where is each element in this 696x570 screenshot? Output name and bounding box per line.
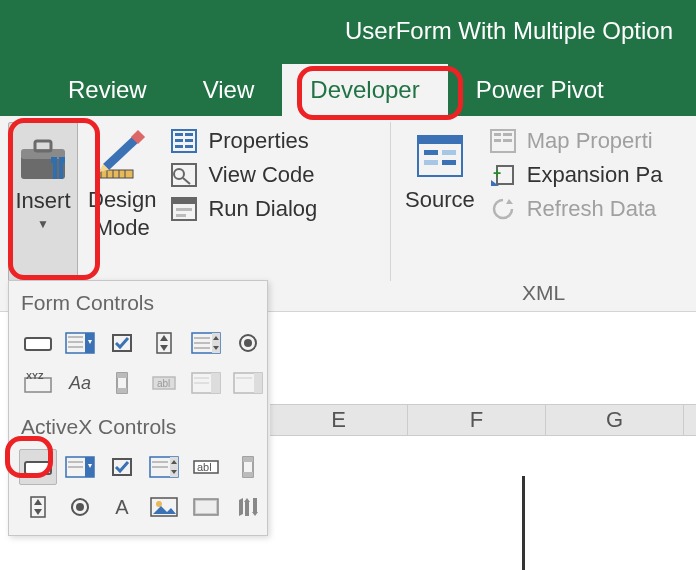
design-mode-label1: Design: [88, 188, 156, 212]
title-bar: UserForm With Multiple Option: [0, 0, 696, 62]
ribbon-tab-bar: Review View Developer Power Pivot: [0, 62, 696, 116]
svg-rect-42: [25, 338, 51, 350]
activex-image-icon[interactable]: [145, 489, 183, 525]
column-headers: E F G: [270, 404, 696, 436]
design-mode-label2: Mode: [95, 216, 150, 240]
svg-rect-26: [172, 198, 196, 204]
worksheet-area[interactable]: E F G: [270, 404, 696, 570]
form-combo-disabled-icon: [187, 365, 225, 401]
svg-point-88: [76, 503, 84, 511]
form-optionbutton-icon[interactable]: [229, 325, 267, 361]
refresh-icon: [489, 196, 517, 222]
group-label-xml: XML: [391, 281, 696, 305]
chevron-down-icon: ▼: [37, 217, 49, 231]
svg-rect-71: [25, 462, 51, 474]
form-button-icon[interactable]: [19, 325, 57, 361]
svg-rect-36: [494, 133, 501, 136]
svg-rect-94: [253, 498, 257, 512]
col-header-e[interactable]: E: [270, 405, 408, 435]
svg-rect-84: [243, 457, 253, 462]
svg-rect-6: [59, 157, 65, 163]
xml-small-list: Map Properti + Expansion Pa Refresh: [485, 122, 663, 307]
tab-power-pivot[interactable]: Power Pivot: [448, 64, 632, 116]
svg-rect-2: [35, 141, 51, 151]
svg-rect-17: [185, 133, 193, 136]
svg-rect-34: [442, 160, 456, 165]
form-controls-header: Form Controls: [9, 281, 267, 321]
svg-line-24: [183, 178, 190, 184]
svg-rect-32: [442, 150, 456, 155]
expansion-packs-button[interactable]: + Expansion Pa: [489, 162, 663, 188]
svg-rect-39: [503, 139, 512, 142]
title-text: UserForm With Multiple Option: [345, 17, 673, 45]
svg-rect-37: [503, 133, 512, 136]
svg-rect-92: [196, 501, 216, 513]
activex-morecontrols-icon[interactable]: [229, 489, 267, 525]
properties-icon: [170, 128, 198, 154]
form-listbox-icon[interactable]: [187, 325, 225, 361]
source-icon: [412, 128, 468, 184]
view-code-button[interactable]: View Code: [170, 162, 317, 188]
svg-point-56: [244, 339, 252, 347]
refresh-data-button[interactable]: Refresh Data: [489, 196, 663, 222]
activex-checkbox-icon[interactable]: [103, 449, 141, 485]
svg-rect-28: [176, 214, 186, 217]
source-label: Source: [405, 188, 475, 212]
form-dropdown-disabled-icon: [229, 365, 267, 401]
activex-optionbutton-icon[interactable]: [61, 489, 99, 525]
source-button[interactable]: Source: [399, 122, 481, 307]
form-scrollbar-icon[interactable]: [103, 365, 141, 401]
svg-rect-5: [51, 157, 57, 163]
run-dialog-button[interactable]: Run Dialog: [170, 196, 317, 222]
svg-point-23: [174, 169, 184, 179]
insert-dropdown: Form Controls XYZ Aa abl ActiveX Control…: [8, 280, 268, 536]
insert-label: Insert: [15, 189, 70, 213]
svg-rect-20: [175, 145, 183, 148]
svg-text:XYZ: XYZ: [26, 372, 44, 381]
group-xml: Source Map Properti +: [391, 116, 696, 311]
activex-controls-grid: abl A: [9, 445, 267, 529]
form-controls-grid: XYZ Aa abl: [9, 321, 267, 405]
svg-rect-27: [176, 208, 192, 211]
activex-listbox-icon[interactable]: [145, 449, 183, 485]
run-dialog-icon: [170, 196, 198, 222]
svg-rect-38: [494, 139, 501, 142]
tab-view[interactable]: View: [175, 64, 283, 116]
text-cursor: [522, 476, 525, 570]
form-spinbutton-icon[interactable]: [145, 325, 183, 361]
svg-rect-3: [53, 161, 57, 179]
form-combobox-icon[interactable]: [61, 325, 99, 361]
svg-rect-85: [243, 472, 253, 477]
view-code-icon: [170, 162, 198, 188]
col-header-g[interactable]: G: [546, 405, 684, 435]
activex-spinbutton-icon[interactable]: [19, 489, 57, 525]
tab-developer[interactable]: Developer: [282, 64, 447, 116]
design-mode-icon: [93, 128, 151, 184]
activex-label-icon[interactable]: A: [103, 489, 141, 525]
activex-textbox-icon[interactable]: abl: [187, 449, 225, 485]
form-checkbox-icon[interactable]: [103, 325, 141, 361]
properties-button[interactable]: Properties: [170, 128, 317, 154]
svg-text:abl: abl: [197, 461, 212, 473]
svg-rect-65: [211, 373, 220, 393]
svg-rect-33: [424, 160, 438, 165]
svg-rect-93: [245, 502, 249, 516]
svg-rect-4: [59, 161, 63, 179]
cell-area[interactable]: [270, 436, 696, 570]
svg-rect-21: [185, 145, 193, 148]
map-properties-button[interactable]: Map Properti: [489, 128, 663, 154]
activex-combobox-icon[interactable]: [61, 449, 99, 485]
svg-text:+: +: [493, 165, 501, 181]
tab-review[interactable]: Review: [40, 64, 175, 116]
map-properties-icon: [489, 128, 517, 154]
activex-commandbutton-icon[interactable]: [19, 449, 57, 485]
activex-togglebutton-icon[interactable]: [187, 489, 225, 525]
form-groupbox-icon[interactable]: XYZ: [19, 365, 57, 401]
form-label-icon[interactable]: Aa: [61, 365, 99, 401]
svg-rect-69: [254, 373, 262, 393]
form-textfield-disabled-icon: abl: [145, 365, 183, 401]
col-header-f[interactable]: F: [408, 405, 546, 435]
svg-text:abl: abl: [157, 378, 170, 389]
svg-rect-18: [175, 139, 183, 142]
activex-scrollbar-icon[interactable]: [229, 449, 267, 485]
